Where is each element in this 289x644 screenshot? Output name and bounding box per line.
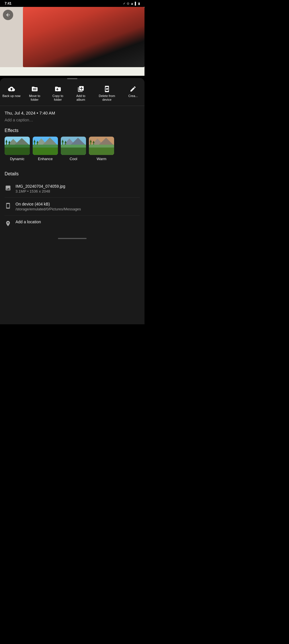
add-to-album-icon <box>77 85 85 93</box>
svg-rect-23 <box>33 148 58 155</box>
status-icons: ✓ ⊙ ▲ ▌ ▮ <box>123 2 140 5</box>
effect-enhance-thumb <box>33 137 58 155</box>
file-info: IMG_20240704_074059.jpg 3.1MP • 1536 x 2… <box>15 184 140 193</box>
copy-to-folder-label: Copy to folder <box>48 94 67 102</box>
svg-rect-26 <box>34 142 35 145</box>
svg-point-9 <box>92 33 115 50</box>
bottom-sheet: Back up now Move to folder Copy to folde… <box>0 78 144 324</box>
svg-rect-0 <box>0 7 144 76</box>
back-arrow-icon <box>5 12 11 18</box>
add-to-album-label: Add to album <box>72 94 90 102</box>
svg-point-7 <box>100 37 104 40</box>
date-value: Thu, Jul 4, 2024 <box>5 110 36 115</box>
effects-row: Dynamic <box>5 137 140 162</box>
location-row[interactable]: Add a location <box>5 216 140 231</box>
details-title: Details <box>5 171 140 176</box>
file-info-row: IMG_20240704_074059.jpg 3.1MP • 1536 x 2… <box>5 180 140 198</box>
svg-rect-17 <box>6 142 7 145</box>
svg-rect-28 <box>37 143 38 145</box>
svg-point-5 <box>90 34 93 37</box>
effect-warm-thumb <box>89 137 114 155</box>
screenshot-icon: ⊙ <box>127 2 129 5</box>
svg-point-8 <box>108 33 110 35</box>
svg-rect-44 <box>90 142 91 145</box>
svg-point-4 <box>83 13 129 53</box>
action-move-to-folder[interactable]: Move to folder <box>23 84 46 103</box>
storage-row: On device (404 kB) /storage/emulated/0/P… <box>5 198 140 216</box>
effect-dynamic-thumb <box>5 137 30 155</box>
svg-rect-37 <box>65 143 66 145</box>
file-resolution: 3.1MP • 1536 x 2048 <box>15 189 140 193</box>
effect-dynamic-label: Dynamic <box>10 157 25 161</box>
status-time: 7:41 <box>5 1 11 5</box>
svg-rect-41 <box>89 148 114 155</box>
svg-point-2 <box>69 7 144 61</box>
effect-cool[interactable]: Cool <box>61 137 86 161</box>
svg-rect-35 <box>62 142 63 145</box>
storage-path: /storage/emulated/0/Pictures/Messages <box>15 207 140 211</box>
add-location-label: Add a location <box>15 220 140 224</box>
storage-label: On device (404 kB) <box>15 202 140 206</box>
wifi-icon: ▲ <box>130 2 134 5</box>
svg-rect-46 <box>93 143 94 145</box>
svg-rect-14 <box>5 148 30 155</box>
device-icon <box>5 202 11 209</box>
effect-warm[interactable]: Warm <box>89 137 114 161</box>
home-bar <box>0 236 144 243</box>
svg-point-6 <box>96 30 99 32</box>
battery-icon: ▮ <box>138 2 140 5</box>
date-time-text: Thu, Jul 4, 2024 • 7:40 AM <box>5 110 140 115</box>
home-indicator <box>58 238 87 239</box>
action-delete-from-device[interactable]: Delete from device <box>92 84 122 103</box>
back-up-now-label: Back up now <box>3 94 21 98</box>
move-to-folder-icon <box>31 85 39 93</box>
storage-info: On device (404 kB) /storage/emulated/0/P… <box>15 202 140 211</box>
effect-dynamic[interactable]: Dynamic <box>5 137 30 161</box>
back-up-now-icon <box>7 85 15 93</box>
delete-from-device-icon <box>103 85 111 93</box>
svg-point-3 <box>66 7 123 50</box>
time-value: 7:40 AM <box>39 110 55 115</box>
svg-rect-19 <box>9 143 10 145</box>
action-add-to-album[interactable]: Add to album <box>69 84 92 103</box>
status-bar: 7:41 ✓ ⊙ ▲ ▌ ▮ <box>0 0 144 7</box>
photo-svg <box>0 7 144 76</box>
effects-section: Effects <box>0 128 144 167</box>
location-icon <box>5 220 11 227</box>
photo-canvas <box>0 7 144 76</box>
action-bar: Back up now Move to folder Copy to folde… <box>0 82 144 106</box>
drag-handle[interactable] <box>67 78 77 79</box>
caption-input[interactable]: Add a caption… <box>5 115 140 126</box>
effects-title: Effects <box>5 128 140 133</box>
image-file-icon <box>5 185 11 191</box>
task-icon: ✓ <box>123 2 126 5</box>
svg-rect-1 <box>32 8 143 70</box>
location-info: Add a location <box>15 220 140 224</box>
effect-enhance[interactable]: Enhance <box>33 137 58 161</box>
back-button[interactable] <box>3 10 13 20</box>
date-separator: • <box>37 110 38 115</box>
move-to-folder-label: Move to folder <box>25 94 44 102</box>
action-back-up-now[interactable]: Back up now <box>0 84 23 99</box>
effect-cool-thumb <box>61 137 86 155</box>
photo-area <box>0 7 144 76</box>
delete-from-device-label: Delete from device <box>95 94 119 102</box>
details-section: Details IMG_20240704_074059.jpg 3.1MP • … <box>0 167 144 236</box>
copy-to-folder-icon <box>54 85 62 93</box>
create-icon <box>129 85 137 93</box>
effect-enhance-label: Enhance <box>38 157 52 161</box>
filename: IMG_20240704_074059.jpg <box>15 184 140 189</box>
effect-warm-label: Warm <box>97 157 106 161</box>
action-copy-to-folder[interactable]: Copy to folder <box>46 84 69 103</box>
action-create[interactable]: Crea... <box>122 84 144 99</box>
svg-rect-32 <box>61 148 86 155</box>
effect-cool-label: Cool <box>70 157 77 161</box>
create-label: Crea... <box>128 94 138 98</box>
date-section: Thu, Jul 4, 2024 • 7:40 AM Add a caption… <box>0 106 144 128</box>
signal-icon: ▌ <box>135 2 137 5</box>
